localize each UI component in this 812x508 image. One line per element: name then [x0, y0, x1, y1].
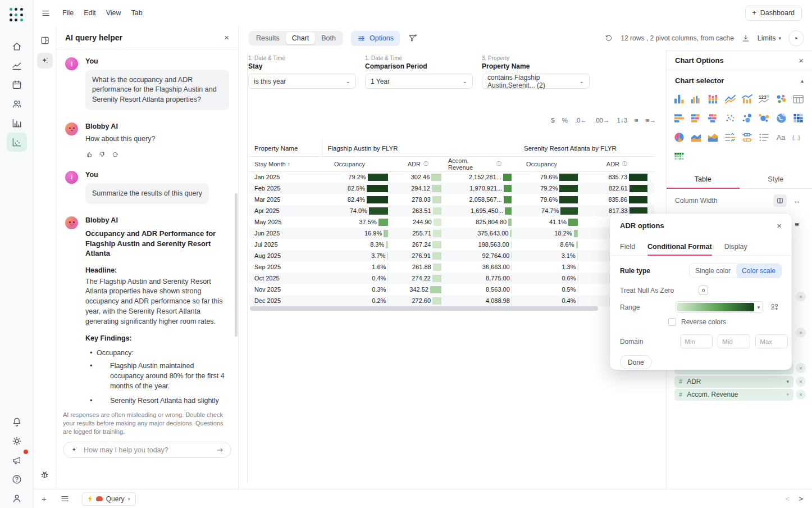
info-icon[interactable]: ⓘ — [423, 160, 428, 167]
table-row[interactable]: Nov 20250.3%342.528,563.000.5% — [249, 284, 654, 295]
percent-format-icon[interactable]: % — [562, 117, 568, 124]
column-header-occupancy[interactable]: Occupancy — [322, 156, 395, 171]
remove-field-icon[interactable]: × — [796, 377, 806, 387]
table-row[interactable]: Apr 202574.0%263.511,695,450...74.7%817.… — [249, 205, 654, 216]
table-row[interactable]: Aug 20253.7%276.9192,764.003.1% — [249, 250, 654, 261]
increase-decimals-icon[interactable]: .00→ — [594, 117, 610, 124]
sort-digits-icon[interactable]: 1↓3 — [617, 117, 628, 124]
header-text-wrap-button[interactable]: ≡ — [790, 218, 804, 230]
color-scale-option[interactable]: Color scale — [736, 264, 781, 278]
next-tab-arrow[interactable]: > — [799, 495, 803, 503]
domain-mid-input[interactable] — [718, 334, 750, 348]
align-right-icon[interactable]: ≡→ — [646, 117, 656, 124]
settings-button[interactable] — [7, 432, 27, 451]
run-query-button[interactable] — [788, 30, 804, 46]
chevron-down-icon[interactable]: ▾ — [786, 392, 789, 397]
close-chart-options-icon[interactable]: × — [799, 56, 804, 65]
toggle-panel-button[interactable] — [37, 33, 53, 48]
menu-view[interactable]: View — [101, 6, 126, 20]
calendar-icon[interactable] — [7, 75, 27, 94]
chart-type-heatmap-icon[interactable] — [791, 111, 806, 125]
table-row[interactable]: Dec 20250.2%272.604,088.980.4% — [249, 295, 654, 306]
menu-edit[interactable]: Edit — [79, 6, 101, 20]
collapse-chevron-icon[interactable]: ▴ — [801, 78, 804, 84]
users-icon[interactable] — [7, 94, 27, 114]
filter-value-dropdown[interactable]: 1 Year⌄ — [365, 74, 473, 89]
chat-scrollbar[interactable] — [235, 193, 238, 337]
currency-format-icon[interactable]: $ — [551, 117, 554, 124]
announcements-button[interactable] — [7, 451, 27, 470]
chart-type-horizontal-bar-chart-icon[interactable] — [671, 111, 687, 125]
menu-file[interactable]: File — [57, 6, 79, 20]
table-row[interactable]: Jul 20258.3%267.24198,563.008.6% — [249, 239, 654, 250]
chart-type-pie-chart-icon[interactable] — [671, 130, 687, 144]
tab-both[interactable]: Both — [315, 32, 342, 44]
menu-tab[interactable]: Tab — [126, 6, 148, 20]
analytics-nav-active[interactable] — [7, 133, 27, 152]
auto-column-width-button[interactable]: ↔ — [790, 194, 804, 207]
accom-revenue-field-pill[interactable]: # Accom. Revenue ▾ — [674, 389, 793, 401]
chart-type-json-icon[interactable]: {...} — [791, 130, 806, 144]
remove-field-icon[interactable]: × — [796, 328, 806, 338]
trends-icon[interactable] — [7, 56, 27, 75]
chart-type-text-icon[interactable]: Aa — [773, 130, 789, 144]
account-button[interactable] — [7, 489, 27, 508]
chart-type-pivot-table-icon[interactable] — [671, 149, 687, 164]
chart-type-box-plot-icon[interactable] — [740, 130, 755, 144]
query-tab[interactable]: Query ▾ — [82, 492, 136, 506]
domain-max-input[interactable] — [755, 334, 788, 348]
home-icon[interactable] — [7, 37, 27, 56]
close-modal-icon[interactable]: × — [777, 221, 782, 230]
chart-type-horizontal-stacked-bar-icon[interactable] — [688, 111, 704, 125]
chart-type-area-chart-icon[interactable] — [688, 130, 704, 144]
tab-style[interactable]: Style — [740, 170, 812, 188]
prev-tab-arrow[interactable]: < — [786, 495, 790, 503]
chart-type-scatter-multi-color-icon[interactable] — [773, 92, 789, 106]
fixed-column-width-button[interactable] — [773, 194, 787, 207]
chart-type-horizontal-range-bar-icon[interactable] — [705, 111, 721, 125]
domain-min-input[interactable] — [680, 334, 713, 348]
options-button[interactable]: Options — [351, 31, 400, 46]
single-color-option[interactable]: Single color — [690, 264, 736, 278]
tab-display[interactable]: Display — [724, 240, 747, 255]
hamburger-menu-icon[interactable] — [41, 8, 51, 18]
add-dashboard-button[interactable]: + Dashboard — [745, 6, 802, 21]
thumbs-down-icon[interactable] — [98, 151, 106, 158]
table-row[interactable]: Sep 20251.6%261.8836,663.001.3% — [249, 261, 654, 273]
help-button[interactable] — [7, 470, 27, 489]
table-row[interactable]: Feb 202582.5%294.121,970,921...79.2%822.… — [249, 183, 654, 194]
chart-type-stacked-area-chart-icon[interactable] — [705, 130, 721, 144]
table-horizontal-scrollbar[interactable] — [250, 306, 598, 311]
thumbs-up-icon[interactable] — [85, 151, 93, 158]
tab-list-icon[interactable] — [60, 494, 70, 504]
treat-null-toggle[interactable]: 0 — [699, 285, 708, 295]
custom-palette-icon[interactable] — [770, 303, 779, 311]
tab-table[interactable]: Table — [667, 170, 740, 188]
tab-chart[interactable]: Chart — [286, 32, 316, 44]
table-row[interactable]: Jun 202516.9%255.71375,643.0018.2%724.85 — [249, 228, 654, 239]
decrease-decimals-icon[interactable]: .0← — [575, 117, 587, 124]
download-icon[interactable] — [741, 34, 750, 43]
ai-assistant-button[interactable] — [37, 53, 53, 69]
info-icon[interactable]: ⓘ — [622, 160, 627, 167]
close-panel-icon[interactable]: × — [224, 33, 229, 42]
info-icon[interactable]: ⓘ — [496, 160, 501, 167]
chart-type-big-number-icon[interactable]: 123 — [756, 92, 772, 106]
table-row[interactable]: Oct 20250.4%274.228,775.000.6% — [249, 273, 654, 284]
bar-chart-nav-icon[interactable] — [7, 114, 27, 133]
table-row[interactable]: Jan 202579.2%302.462,152,281...79.6%835.… — [249, 171, 654, 183]
column-header-adr[interactable]: ADRⓘ — [585, 156, 654, 171]
table-row[interactable]: Mar 202582.4%278.032,058,567...79.6%835.… — [249, 194, 654, 205]
color-range-select[interactable]: ▾ — [676, 301, 763, 313]
chart-type-sparkline-list-icon[interactable] — [722, 130, 738, 144]
table-row[interactable]: May 202537.5%244.90825,804.8041.1%731.18 — [249, 216, 654, 228]
column-header-accom-revenue[interactable]: Accom. Revenueⓘ — [448, 156, 518, 171]
remove-field-icon[interactable]: × — [796, 363, 806, 373]
chart-type-bullet-list-icon[interactable] — [756, 130, 772, 144]
chart-type-packed-bubble-chart-icon[interactable] — [756, 111, 772, 125]
filter-value-dropdown[interactable]: is this year⌄ — [248, 74, 356, 89]
column-header-stay-month[interactable]: Stay Month ↑ — [249, 156, 322, 171]
tab-field[interactable]: Field — [620, 240, 635, 255]
done-button[interactable]: Done — [620, 355, 652, 369]
chart-type-grouped-bar-chart-icon[interactable] — [688, 92, 704, 106]
